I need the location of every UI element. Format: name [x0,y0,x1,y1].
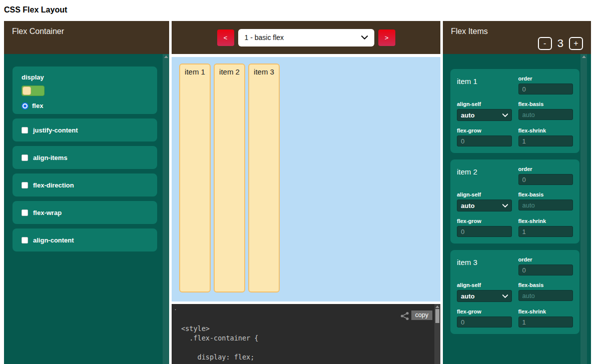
preview-item[interactable]: item 3 [248,64,280,292]
flex-basis-input[interactable] [518,109,573,120]
preview-item[interactable]: item 2 [214,64,245,292]
align-self-value: auto [461,202,474,210]
flex-container-panel: Flex Container display flex justify-cont… [4,21,169,364]
main-layout: Flex Container display flex justify-cont… [4,21,591,364]
align-self-select[interactable]: auto [457,290,512,302]
checkbox-icon[interactable] [22,210,28,216]
flex-preview-container: item 1 item 2 item 3 [172,57,440,302]
code-panel: . <style> .flex-container { display: fle… [172,304,440,364]
property-label: flex-wrap [33,209,62,216]
order-field-group: order [518,256,573,276]
flex-container-title: Flex Container [12,27,161,36]
property-card-align-content[interactable]: align-content [13,228,157,252]
scroll-up-icon[interactable] [435,306,439,308]
flex-shrink-input[interactable] [518,136,573,146]
property-label: flex-direction [33,182,74,189]
property-card-justify-content[interactable]: justify-content [13,118,157,142]
left-panel-scrollbar[interactable] [163,54,169,364]
flex-grow-label: flex-grow [457,128,512,134]
code-line: display: flex; [181,352,425,362]
copy-button[interactable]: copy [411,310,432,320]
order-field-group: order [518,76,573,94]
checkbox-icon[interactable] [22,127,28,134]
flex-grow-field-group: flex-grow [457,218,512,237]
flex-shrink-field-group: flex-shrink [518,308,573,328]
radio-selected-icon[interactable] [22,102,29,110]
item-card-title: item 3 [457,256,512,276]
flex-items-body: item 1 order align-self auto flex-grow [443,54,591,364]
property-label: justify-content [33,126,78,134]
prev-example-button[interactable]: < [217,30,234,46]
flex-items-title: Flex Items [451,27,583,36]
align-self-select[interactable]: auto [457,200,512,212]
flex-basis-label: flex-basis [518,192,573,198]
flex-grow-label: flex-grow [457,218,512,224]
next-example-button[interactable]: > [378,30,395,46]
right-panel-scrollbar[interactable] [580,54,587,364]
align-self-label: align-self [457,101,512,107]
code-line: .flex-container { [181,334,425,343]
add-item-button[interactable]: + [569,37,583,50]
checkbox-icon[interactable] [22,237,28,244]
scrollbar-thumb[interactable] [435,309,439,323]
item-card-2: item 2 order align-self auto flex-grow [450,160,579,244]
property-card-flex-direction[interactable]: flex-direction [13,174,157,196]
flex-grow-input[interactable] [457,316,512,328]
chevron-down-icon [361,36,368,40]
flex-basis-input[interactable] [518,290,573,301]
property-card-flex-wrap[interactable]: flex-wrap [13,201,157,224]
order-label: order [518,256,573,262]
order-input[interactable] [518,264,573,276]
flex-shrink-label: flex-shrink [518,218,573,224]
example-select-value: 1 - basic flex [245,34,284,42]
chevron-down-icon [502,114,508,117]
display-property-card: display flex [13,66,157,114]
flex-grow-input[interactable] [457,136,512,146]
scroll-up-icon[interactable] [164,56,168,58]
flex-container-body: display flex justify-content align-items [4,54,169,364]
align-self-value: auto [461,112,474,119]
align-self-select[interactable]: auto [457,109,512,121]
order-field-group: order [518,166,573,185]
flex-grow-field-group: flex-grow [457,128,512,146]
order-input[interactable] [518,174,573,185]
property-label: align-content [33,236,74,244]
item-count-controls: - 3 + [538,37,583,50]
preview-item[interactable]: item 1 [179,64,211,292]
flex-shrink-input[interactable] [518,226,573,237]
align-self-value: auto [461,292,474,300]
flex-basis-input[interactable] [518,200,573,210]
example-select[interactable]: 1 - basic flex [238,29,374,46]
flex-items-panel: Flex Items - 3 + item 1 order align-self… [443,21,591,364]
chevron-down-icon [502,294,508,298]
share-icon[interactable] [400,312,409,320]
align-self-field-group: align-self auto [457,101,512,121]
align-self-label: align-self [457,282,512,288]
code-line [181,343,425,352]
flex-basis-label: flex-basis [518,101,573,107]
flex-shrink-label: flex-shrink [518,308,573,314]
flex-basis-field-group: flex-basis [518,282,573,302]
align-self-label: align-self [457,192,512,198]
flex-items-header: Flex Items - 3 + [443,21,591,54]
display-label: display [22,74,44,81]
order-input[interactable] [518,84,573,94]
flex-shrink-field-group: flex-shrink [518,128,573,146]
preview-column: < 1 - basic flex > item 1 item 2 item 3 … [172,21,440,364]
checkbox-icon[interactable] [22,154,28,161]
flex-shrink-field-group: flex-shrink [518,218,573,237]
flex-shrink-input[interactable] [518,316,573,328]
checkbox-icon[interactable] [22,182,28,188]
order-label: order [518,76,573,82]
flex-container-header: Flex Container [4,21,169,54]
remove-item-button[interactable]: - [538,37,552,50]
property-card-align-items[interactable]: align-items [13,146,157,169]
display-toggle[interactable] [22,86,45,96]
code-scrollbar[interactable] [434,304,440,364]
align-self-field-group: align-self auto [457,282,512,302]
scroll-up-icon[interactable] [582,56,586,58]
flex-grow-field-group: flex-grow [457,308,512,328]
flex-grow-input[interactable] [457,226,512,237]
display-flex-option[interactable]: flex [22,102,148,110]
item-card-title: item 2 [457,166,512,185]
